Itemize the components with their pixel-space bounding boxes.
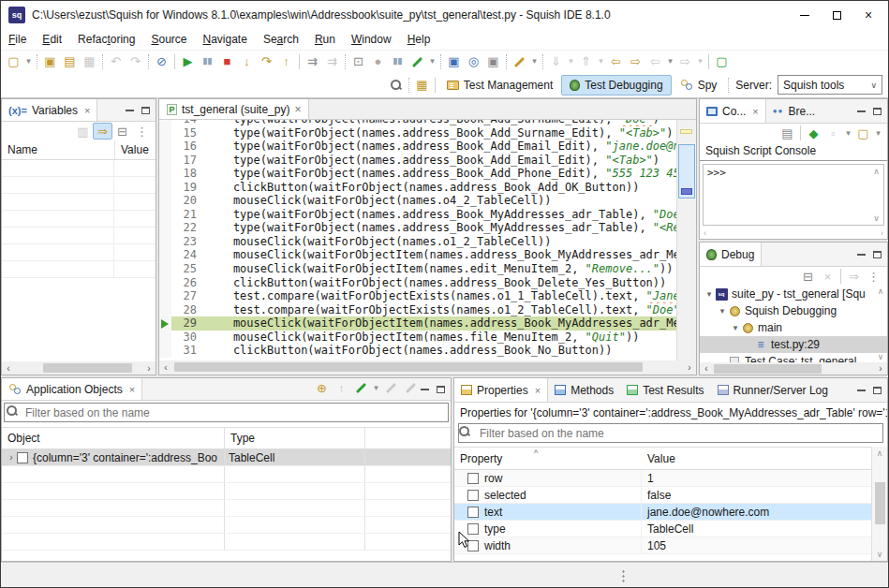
debug-vscrollbar[interactable]: ∧ ∨ <box>874 286 887 362</box>
pause-record-icon[interactable]: ▮▮ <box>388 52 407 71</box>
close-tab-icon[interactable]: × <box>752 106 758 117</box>
code-line[interactable]: 23 mouseClick(waitForObject(names.o1_2_T… <box>159 235 676 249</box>
menu-help[interactable]: Help <box>407 33 431 46</box>
col-value[interactable]: Value <box>642 450 871 469</box>
maximize-view-icon[interactable] <box>437 386 445 393</box>
minimize-button[interactable] <box>789 4 821 26</box>
table-row[interactable] <box>2 261 156 278</box>
scroll-left-icon[interactable]: ‹ <box>704 228 706 238</box>
maximize-view-icon[interactable] <box>873 251 882 258</box>
console-prompt[interactable]: >>> <box>704 165 869 225</box>
picker-icon[interactable] <box>407 52 427 71</box>
scroll-down-icon[interactable]: ∨ <box>873 212 880 225</box>
back-history-icon[interactable]: ⇦ <box>645 52 665 71</box>
variables-col-value[interactable]: Value <box>114 140 156 159</box>
table-row[interactable] <box>2 228 156 244</box>
minimize-view-icon[interactable] <box>126 110 134 111</box>
copy-icon[interactable]: ▣ <box>40 52 60 71</box>
code-line[interactable]: 22 type(waitForObject(names.address_Book… <box>159 221 676 235</box>
export-dropdown-icon[interactable]: ▾ <box>596 52 606 71</box>
skip-all-breakpoints-icon[interactable]: ⇉ <box>303 52 322 71</box>
forward-history-dropdown-icon[interactable]: ▾ <box>695 52 705 71</box>
col-object[interactable]: Object <box>2 428 225 448</box>
editor-tab-tst-general[interactable]: P tst_general (suite_py) × <box>159 99 309 119</box>
back-history-dropdown-icon[interactable]: ▾ <box>665 52 675 71</box>
spy-button[interactable]: Spy <box>672 75 726 96</box>
new-dropdown-icon[interactable]: ▾ <box>23 52 34 71</box>
minimize-view-icon[interactable] <box>857 390 866 391</box>
pick-dropdown-icon[interactable]: ▾ <box>371 378 381 397</box>
scroll-left-icon[interactable]: ‹ <box>159 362 172 373</box>
close-tab-icon[interactable]: × <box>535 385 541 396</box>
code-line[interactable]: 27 test.compare(waitForObjectExists(name… <box>159 289 676 303</box>
code-line[interactable]: 28 test.compare(waitForObjectExists(name… <box>159 303 676 317</box>
new-editor-icon[interactable]: ▢ <box>712 52 732 71</box>
menu-file[interactable]: File <box>8 33 26 46</box>
resume-record-icon[interactable]: ● <box>368 52 388 71</box>
clear-console-icon[interactable]: ▤ <box>778 125 797 141</box>
properties-vscrollbar[interactable]: ∧ ∨ <box>871 447 887 561</box>
table-row[interactable] <box>2 194 156 211</box>
code-line[interactable]: 19 clickButton(waitForObject(names.addre… <box>159 181 676 195</box>
tab-test-results[interactable]: Test Results <box>620 378 710 402</box>
expander-icon[interactable]: ▾ <box>717 306 728 316</box>
col-type[interactable]: Type <box>225 428 365 448</box>
debug-tree-item[interactable]: ≡test.py:29 <box>700 336 887 353</box>
close-tab-icon[interactable]: × <box>129 384 135 395</box>
scroll-thumb[interactable] <box>174 362 643 372</box>
property-row[interactable]: selectedfalse <box>454 487 871 504</box>
paste-icon[interactable]: ▤ <box>60 52 80 71</box>
minimize-view-icon[interactable] <box>421 389 429 390</box>
annotate-dropdown-icon[interactable]: ▾ <box>529 52 540 71</box>
variables-col-name[interactable]: Name <box>2 140 114 159</box>
scroll-left-icon[interactable]: ‹ <box>700 363 713 374</box>
code-line[interactable]: 17 type(waitForObject(names.address_Book… <box>159 154 676 168</box>
occurrence-marker[interactable] <box>680 129 692 134</box>
show-logical-structure-icon[interactable]: ⇒ <box>93 123 112 140</box>
redo-icon[interactable]: ↷ <box>126 52 145 71</box>
close-button[interactable]: × <box>852 4 884 26</box>
menu-run[interactable]: Run <box>315 33 335 46</box>
export-icon[interactable]: ⇑ <box>576 52 596 71</box>
editor-hscrollbar[interactable]: ‹ › <box>159 360 696 375</box>
tab-application-objects[interactable]: Application Objects × <box>2 378 142 400</box>
scroll-thumb[interactable] <box>714 364 822 374</box>
collapse-all-icon[interactable]: ⊟ <box>798 268 818 285</box>
toggle-mark-icon[interactable]: ⊡ <box>348 52 368 71</box>
stop-icon[interactable]: ■ <box>217 52 237 71</box>
search-icon[interactable] <box>386 76 406 95</box>
scroll-down-icon[interactable]: ∨ <box>872 550 887 559</box>
property-row[interactable]: typeTableCell <box>454 521 871 537</box>
table-row[interactable] <box>2 177 156 194</box>
debug-hscrollbar[interactable]: ‹ › <box>700 362 887 375</box>
code-line[interactable]: 15 type(waitForObject(names.address_Book… <box>159 126 676 140</box>
record-icon[interactable]: ⊘ <box>152 52 171 71</box>
table-row[interactable] <box>2 466 451 483</box>
debug-tree-item[interactable]: ▾main <box>700 319 887 336</box>
display-console-icon[interactable]: ▫ <box>823 125 843 141</box>
skip-disabled-icon[interactable]: ⇉ <box>322 52 342 71</box>
scroll-thumb[interactable] <box>875 482 885 524</box>
new-test-case-icon[interactable]: ▢ <box>4 52 23 71</box>
expander-icon[interactable]: ▾ <box>704 289 715 299</box>
scroll-thumb[interactable] <box>43 363 132 373</box>
expander-icon[interactable]: ▾ <box>730 323 741 332</box>
col-property[interactable]: Property <box>454 450 642 469</box>
step-return-icon[interactable]: ↑ <box>276 52 296 71</box>
menu-source[interactable]: Source <box>151 33 186 46</box>
view-menu-icon[interactable]: ⋮ <box>864 268 883 285</box>
menu-refactoring[interactable]: Refactoring <box>78 33 135 46</box>
table-row[interactable] <box>2 517 451 534</box>
property-filter-input[interactable] <box>458 423 883 443</box>
code-line[interactable]: 30 mouseClick(waitForObjectItem(names.fi… <box>159 331 676 345</box>
object-filter-input[interactable] <box>4 403 449 422</box>
code-line[interactable]: 29 mouseClick(waitForObjectItem(names.ad… <box>159 316 676 331</box>
code-line[interactable]: 31 clickButton(waitForObject(names.addre… <box>159 344 676 358</box>
code-editor[interactable]: 14 type(waitForObject(names.address_Book… <box>159 120 676 360</box>
console-output[interactable]: >>> ∧ ∨ <box>703 164 884 226</box>
property-checkbox[interactable] <box>467 490 479 501</box>
display-console-dropdown-icon[interactable]: ▾ <box>843 125 853 141</box>
test-debugging-button[interactable]: Test Debugging <box>561 75 671 96</box>
code-line[interactable]: 26 clickButton(waitForObject(names.addre… <box>159 276 676 290</box>
forward-icon[interactable]: ⇨ <box>626 52 645 71</box>
